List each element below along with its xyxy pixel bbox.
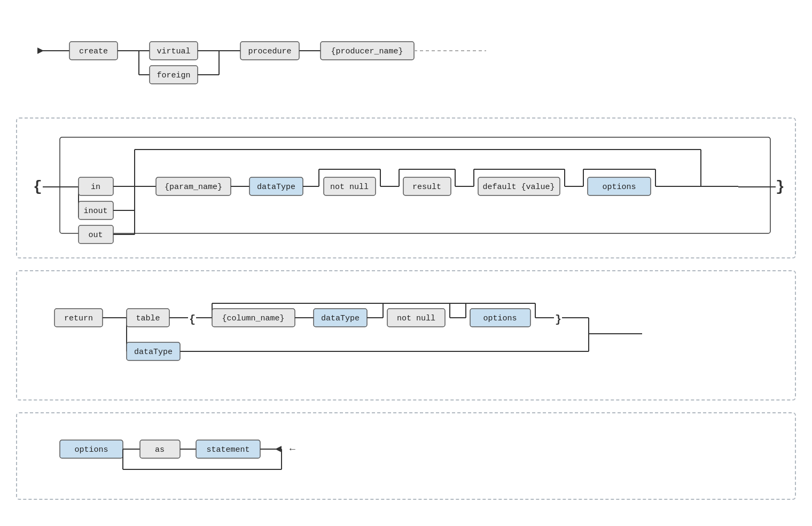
section-1: create virtual foreign procedure {produ: [16, 16, 796, 117]
section3-diagram: return table dataType { {column_name} da…: [28, 282, 776, 389]
out-label: out: [88, 231, 103, 240]
procedure-label: procedure: [248, 47, 291, 56]
section4-diagram: options as statement ←: [28, 424, 455, 488]
default-value-label: default {value}: [482, 183, 555, 192]
virtual-label: virtual: [157, 47, 190, 56]
arrow-indicator: ←: [290, 444, 295, 454]
create-label: create: [79, 47, 108, 56]
options-label-3: options: [483, 314, 517, 323]
table-label: table: [136, 314, 160, 323]
datatype-label-2: dataType: [257, 183, 295, 192]
foreign-label: foreign: [157, 71, 190, 80]
in-label: in: [91, 183, 100, 192]
left-arrow: [275, 446, 282, 452]
inner-close-brace: }: [555, 313, 561, 326]
section-4: options as statement ←: [16, 412, 796, 500]
inner-open-brace: {: [189, 313, 196, 326]
not-null-label-2: not null: [330, 183, 369, 192]
result-label: result: [412, 183, 441, 192]
section1-diagram: create virtual foreign procedure {produ: [27, 27, 508, 96]
section-2: { in inout out {param_name} dataType: [16, 117, 796, 258]
options-label-2: options: [602, 183, 636, 192]
as-label: as: [155, 445, 165, 454]
start-arrow: [37, 48, 44, 54]
section-3: return table dataType { {column_name} da…: [16, 270, 796, 401]
inout-label: inout: [83, 207, 107, 216]
datatype2-label: dataType: [134, 348, 173, 357]
not-null-label-3: not null: [397, 314, 435, 323]
producer-name-label: {producer_name}: [331, 47, 403, 56]
section2-diagram: { in inout out {param_name} dataType: [28, 129, 802, 247]
param-name-label: {param_name}: [165, 183, 222, 192]
column-name-label: {column_name}: [222, 314, 284, 323]
statement-label: statement: [206, 445, 249, 454]
return-label: return: [64, 314, 93, 323]
options-label-4: options: [74, 445, 108, 454]
close-brace: }: [776, 178, 785, 195]
datatype1-label: dataType: [321, 314, 360, 323]
open-brace: {: [33, 178, 42, 195]
